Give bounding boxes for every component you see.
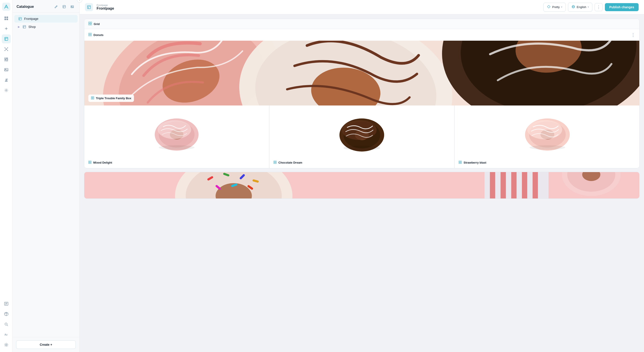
nav-people-icon[interactable]: [2, 75, 11, 84]
main-area: Frontpage Frontpage Pretty ▾ English ▾ ⋮…: [80, 0, 644, 352]
nav-box-icon[interactable]: [2, 310, 11, 319]
svg-line-14: [6, 48, 7, 49]
svg-rect-50: [88, 5, 90, 9]
bottom-bg-image: [84, 172, 639, 198]
svg-text:Az: Az: [4, 333, 8, 336]
svg-rect-102: [459, 161, 460, 162]
strawberry-blast-name: Strawberry blast: [464, 161, 486, 164]
nav-settings2-icon[interactable]: [2, 86, 11, 95]
svg-rect-106: [84, 172, 639, 198]
shop-label: Shop: [28, 25, 36, 29]
donuts-label: Donuts: [94, 33, 104, 37]
nav-book-icon[interactable]: [2, 34, 11, 43]
svg-point-100: [527, 120, 562, 139]
nav-image-icon[interactable]: [2, 65, 11, 74]
svg-rect-59: [88, 24, 90, 25]
sidebar-edit-icon[interactable]: [53, 3, 59, 10]
sidebar-items: Frontpage ▶ Shop: [12, 13, 80, 337]
language-chevron-icon: ▾: [588, 5, 589, 8]
chocolate-dream-name: Chocolate Dream: [278, 161, 302, 164]
pretty-icon: [547, 5, 551, 9]
grid-icon: [88, 22, 92, 26]
donuts-more-button[interactable]: ⋮: [631, 32, 635, 37]
product-card-strawberry-blast: Strawberry blast: [454, 105, 639, 168]
svg-rect-44: [19, 17, 22, 20]
svg-rect-39: [63, 5, 66, 8]
svg-rect-64: [90, 35, 92, 36]
svg-rect-57: [88, 22, 90, 23]
svg-rect-75: [91, 96, 92, 98]
nav-search-icon[interactable]: [2, 320, 11, 329]
svg-rect-104: [459, 162, 460, 164]
svg-rect-77: [91, 98, 92, 99]
svg-rect-22: [6, 60, 8, 61]
nav-nodes-icon[interactable]: [2, 45, 11, 54]
sidebar-image-icon[interactable]: [69, 3, 75, 10]
topbar-actions: Pretty ▾ English ▾ ⋮ Publish changes: [544, 3, 639, 12]
svg-rect-3: [4, 18, 6, 20]
sidebar-book-icon[interactable]: [61, 3, 67, 10]
svg-point-34: [5, 323, 7, 325]
svg-rect-121: [522, 172, 527, 198]
svg-rect-19: [4, 59, 6, 60]
app-logo[interactable]: [2, 3, 10, 11]
chocolate-dream-icon: [274, 161, 276, 164]
svg-rect-17: [4, 58, 6, 59]
hero-product-label: Triple Trouble Family Box: [88, 94, 134, 102]
nav-gear-icon[interactable]: [2, 340, 11, 349]
svg-rect-58: [90, 22, 92, 23]
chocolate-dream-label: Chocolate Dream: [274, 161, 302, 164]
chocolate-dream-donut-image: [335, 112, 389, 152]
svg-point-83: [159, 145, 194, 150]
nav-list-icon[interactable]: [2, 299, 11, 308]
svg-rect-60: [90, 24, 92, 25]
svg-point-37: [6, 344, 7, 346]
product-card-mixed-delight: Mixed Delight: [84, 105, 269, 168]
svg-rect-103: [460, 161, 462, 162]
svg-rect-21: [4, 60, 6, 61]
svg-rect-122: [533, 172, 538, 198]
donuts-icon: [88, 33, 92, 37]
svg-rect-87: [90, 162, 91, 164]
icon-bar: Az: [0, 0, 12, 352]
svg-rect-84: [88, 161, 90, 162]
svg-line-38: [56, 6, 57, 6]
sidebar-footer: Create +: [12, 337, 80, 352]
grid-section: Grid Donuts ⋮: [84, 19, 640, 168]
sidebar-item-shop[interactable]: ▶ Shop: [14, 23, 78, 31]
nav-grid2-icon[interactable]: [2, 55, 11, 64]
more-options-button[interactable]: ⋮: [594, 3, 603, 11]
svg-line-13: [5, 48, 6, 49]
svg-point-91: [342, 120, 376, 140]
content-area: Grid Donuts ⋮: [80, 14, 644, 352]
language-button[interactable]: English ▾: [568, 3, 592, 12]
svg-rect-20: [7, 59, 8, 60]
mixed-delight-icon: [88, 161, 92, 164]
svg-rect-95: [274, 162, 275, 164]
nav-az-icon[interactable]: Az: [2, 330, 11, 339]
hero-canvas: [84, 41, 639, 105]
frontpage-label: Frontpage: [24, 17, 38, 20]
svg-point-11: [4, 50, 5, 51]
svg-point-101: [530, 145, 565, 150]
pretty-button[interactable]: Pretty ▾: [544, 3, 566, 12]
frontpage-icon: [18, 17, 22, 20]
grid-label: Grid: [94, 22, 100, 26]
create-button[interactable]: Create +: [16, 340, 76, 349]
hero-product-icon: [91, 96, 94, 100]
svg-point-10: [7, 47, 8, 48]
sidebar-header-actions: [53, 3, 75, 10]
svg-rect-78: [93, 98, 94, 99]
topbar: Frontpage Frontpage Pretty ▾ English ▾ ⋮…: [80, 0, 644, 14]
svg-rect-76: [93, 96, 94, 98]
sidebar-item-frontpage[interactable]: Frontpage: [14, 15, 78, 22]
publish-button[interactable]: Publish changes: [605, 3, 639, 11]
svg-line-15: [5, 50, 6, 50]
svg-rect-105: [460, 162, 462, 164]
svg-rect-96: [275, 162, 276, 164]
svg-rect-94: [275, 161, 276, 162]
nav-sparkle-icon[interactable]: [2, 24, 11, 33]
page-icon: [85, 3, 93, 11]
nav-dashboard-icon[interactable]: [2, 14, 11, 23]
svg-line-35: [7, 325, 8, 326]
